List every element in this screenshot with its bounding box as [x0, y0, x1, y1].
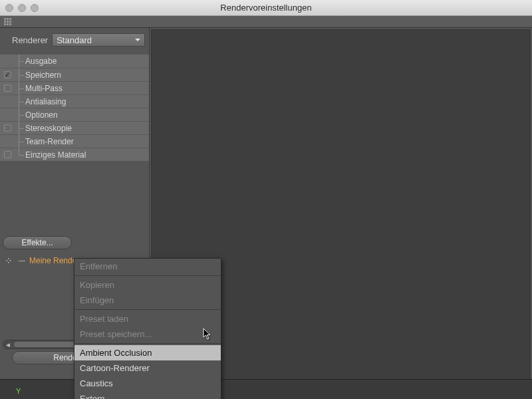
- menu-item: Entfernen: [74, 259, 221, 274]
- axis-y-label: Y: [16, 387, 21, 395]
- toolbar: [0, 16, 532, 28]
- close-icon[interactable]: [5, 4, 13, 12]
- menu-item: Kopieren: [74, 277, 221, 293]
- scroll-left-icon[interactable]: ◄: [3, 341, 13, 348]
- svg-rect-2: [9, 18, 11, 20]
- zoom-icon[interactable]: [31, 4, 39, 12]
- tree-label: Stereoskopie: [24, 124, 72, 133]
- tree-label: Antialiasing: [24, 97, 66, 106]
- tree-row[interactable]: Ausgabe: [0, 55, 149, 68]
- checkbox[interactable]: [4, 71, 11, 78]
- preset-label: Meine Rende: [29, 256, 76, 265]
- checkbox[interactable]: [4, 151, 11, 158]
- effects-button[interactable]: Effekte...: [3, 236, 72, 249]
- renderer-dropdown[interactable]: Standard: [52, 33, 145, 47]
- tree-label: Ausgabe: [24, 57, 57, 66]
- window-controls: [5, 4, 39, 12]
- menu-item: Einfügen: [74, 293, 221, 308]
- tree-row[interactable]: Speichern: [0, 68, 149, 81]
- tree-row[interactable]: Stereoskopie: [0, 121, 149, 134]
- minimize-icon[interactable]: [18, 4, 26, 12]
- menu-item[interactable]: Caustics: [74, 376, 221, 391]
- tree-label: Team-Render: [24, 137, 74, 146]
- svg-rect-3: [4, 21, 6, 23]
- branch-icon: [15, 135, 24, 148]
- renderer-label: Renderer: [12, 35, 48, 45]
- branch-icon: [15, 82, 24, 95]
- menu-item[interactable]: Cartoon-Renderer: [74, 360, 221, 376]
- svg-rect-6: [4, 23, 6, 25]
- svg-rect-8: [9, 23, 11, 25]
- titlebar: Rendervoreinstellungen: [0, 0, 532, 16]
- tree-row[interactable]: Team-Render: [0, 134, 149, 148]
- menu-item: Preset laden: [74, 311, 221, 327]
- tree-label: Multi-Pass: [24, 84, 63, 93]
- svg-rect-4: [7, 21, 9, 23]
- menu-item[interactable]: Ambient Occlusion: [74, 345, 221, 360]
- branch-icon: [15, 108, 24, 122]
- checkbox[interactable]: [4, 124, 11, 132]
- branch-icon: [15, 95, 24, 108]
- svg-rect-5: [9, 21, 11, 23]
- expand-icon[interactable]: ⁘: [3, 255, 15, 266]
- renderer-selected: Standard: [57, 35, 92, 45]
- tree-row[interactable]: Einziges Material: [0, 148, 149, 161]
- branch-icon: [15, 122, 24, 135]
- tree-label: Optionen: [24, 110, 58, 120]
- tree-label: Speichern: [24, 70, 61, 80]
- menu-separator: [74, 343, 221, 344]
- svg-rect-1: [7, 18, 9, 20]
- preset-row[interactable]: ⁘ Meine Rende: [3, 254, 76, 267]
- svg-rect-7: [7, 23, 9, 25]
- checkbox[interactable]: [4, 84, 11, 92]
- menu-item: Preset speichern...: [74, 327, 221, 342]
- tree-row[interactable]: Antialiasing: [0, 94, 149, 108]
- branch-icon: [15, 68, 24, 82]
- branch-icon: [19, 254, 25, 267]
- tree-row[interactable]: Multi-Pass: [0, 81, 149, 94]
- effects-context-menu: EntfernenKopierenEinfügenPreset ladenPre…: [74, 258, 221, 399]
- tree-row[interactable]: Optionen: [0, 108, 149, 121]
- window-title: Rendervoreinstellungen: [0, 3, 532, 13]
- menu-separator: [74, 275, 221, 276]
- branch-icon: [15, 55, 24, 68]
- svg-rect-0: [4, 18, 6, 20]
- grid-icon[interactable]: [4, 18, 12, 26]
- menu-separator: [74, 309, 221, 310]
- tree-label: Einziges Material: [24, 150, 86, 160]
- menu-item[interactable]: Extern...: [74, 391, 221, 399]
- branch-icon: [15, 148, 24, 162]
- settings-tree: AusgabeSpeichernMulti-PassAntialiasingOp…: [0, 53, 149, 162]
